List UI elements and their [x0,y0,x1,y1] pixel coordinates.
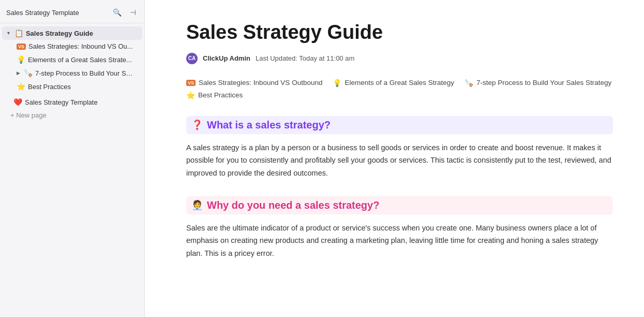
subpage-links-bar: VS Sales Strategies: Inbound VS Outbound… [186,79,613,99]
arrow-icon: ▼ [6,31,11,36]
sidebar-header: Sales Strategy Template 🔍 ⊣ [0,0,144,23]
section-body-1: A sales strategy is a plan by a person o… [186,141,613,180]
section-paragraph-2: Sales are the ultimate indicator of a pr… [186,222,613,260]
subpage-link-label: Best Practices [198,91,243,99]
star-link-icon: ⭐ [186,91,195,99]
vs-icon: VS [17,44,26,50]
last-updated: Last Updated: Today at 11:00 am [256,54,354,62]
nav-item-label: Best Practices [28,83,71,91]
arrow-icon: ▶ [17,70,20,76]
nav-item-label: Sales Strategies: Inbound VS Ou... [28,42,133,50]
nav-item-label: Elements of a Great Sales Strate... [28,56,132,64]
new-page-button[interactable]: + New page [2,109,142,122]
bulb-icon: 💡 [17,55,25,64]
section-what-is-sales-strategy: ❓ What is a sales strategy? A sales stra… [186,116,613,180]
subpage-link-inbound[interactable]: VS Sales Strategies: Inbound VS Outbound [186,79,322,87]
tool-link-icon: 🪚 [465,79,473,87]
new-page-label: + New page [10,111,47,119]
tool-icon: 🪚 [24,69,33,77]
doc-icon: 📋 [14,29,23,37]
author-name: ClickUp Admin [203,54,250,62]
doc-author: ClickUp Admin [203,54,250,62]
vs-link-icon: VS [186,80,196,86]
sidebar-title: Sales Strategy Template [6,9,79,17]
subpage-link-label: Sales Strategies: Inbound VS Outbound [199,79,322,87]
star-icon: ⭐ [17,82,25,91]
subpage-link-label: Elements of a Great Sales Strategy [345,79,454,87]
sidebar-item-sales-strategy-template[interactable]: ▶ ❤️ Sales Strategy Template [2,95,142,109]
sidebar-item-7-step-process[interactable]: ▶ 🪚 7-step Process to Build Your Sal... [2,66,142,80]
bulb-link-icon: 💡 [333,79,341,87]
collapse-button[interactable]: ⊣ [128,7,138,18]
nav-item-label: Sales Strategy Guide [26,30,93,37]
section-body-2: Sales are the ultimate indicator of a pr… [186,222,613,260]
subpage-link-7step[interactable]: 🪚 7-step Process to Build Your Sales Str… [465,79,611,87]
section-heading-2: 🧑‍💼 Why do you need a sales strategy? [186,196,613,214]
sidebar-nav: ▼ 📋 Sales Strategy Guide VS Sales Strate… [0,23,144,317]
author-avatar: CA [186,53,198,64]
question-icon: ❓ [191,119,203,131]
subpage-link-label: 7-step Process to Build Your Sales Strat… [476,79,611,87]
sidebar-icon-group: 🔍 ⊣ [111,7,138,18]
section-heading-text-2: Why do you need a sales strategy? [207,199,379,211]
search-button[interactable]: 🔍 [111,7,124,18]
sidebar-item-elements-great-sales[interactable]: 💡 Elements of a Great Sales Strate... [2,53,142,66]
section-why-need-sales-strategy: 🧑‍💼 Why do you need a sales strategy? Sa… [186,196,613,260]
sidebar-item-best-practices[interactable]: ⭐ Best Practices [2,80,142,93]
nav-item-label: Sales Strategy Template [25,98,98,106]
page-title: Sales Strategy Guide [186,21,613,45]
heart-icon: ❤️ [13,98,22,106]
section-heading-1: ❓ What is a sales strategy? [186,116,613,134]
person-icon: 🧑‍💼 [191,199,203,211]
main-content: Sales Strategy Guide CA ClickUp Admin La… [145,0,644,317]
subpage-link-elements[interactable]: 💡 Elements of a Great Sales Strategy [333,79,454,87]
doc-meta: CA ClickUp Admin Last Updated: Today at … [186,53,613,64]
sidebar: Sales Strategy Template 🔍 ⊣ ▼ 📋 Sales St… [0,0,145,317]
section-heading-text-1: What is a sales strategy? [207,119,331,131]
subpage-link-best-practices[interactable]: ⭐ Best Practices [186,91,243,99]
sidebar-item-sales-strategy-guide[interactable]: ▼ 📋 Sales Strategy Guide [2,26,142,40]
nav-item-label: 7-step Process to Build Your Sal... [35,69,136,77]
sidebar-item-inbound-vs-outbound[interactable]: VS Sales Strategies: Inbound VS Ou... [2,40,142,53]
section-paragraph-1: A sales strategy is a plan by a person o… [186,141,613,180]
